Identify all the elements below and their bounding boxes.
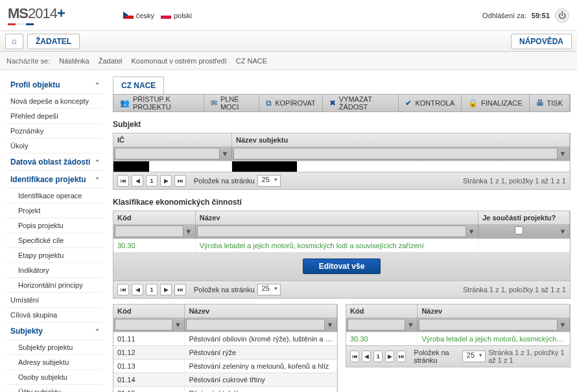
pager-first[interactable]: ⏮	[117, 175, 129, 187]
sidebar-item[interactable]: Specifické cíle	[6, 233, 104, 248]
filter-checkbox[interactable]	[515, 226, 523, 235]
toolbar-button[interactable]: ✖VYMAZAT ŽÁDOST	[323, 95, 399, 111]
toolbar-button[interactable]: ⧉KOPÍROVAT	[259, 95, 323, 111]
filter-icon[interactable]: ▼	[220, 150, 230, 157]
breadcrumb-item[interactable]: Kosmonaut v ostrém prostředí	[131, 57, 226, 65]
pager-next[interactable]: ▶	[160, 175, 172, 187]
toolbar-button[interactable]: 👥PŘÍSTUP K PROJEKTU	[113, 95, 204, 111]
sidebar-group-header[interactable]: Identifikace projektu⌃	[6, 171, 104, 189]
tool-icon: ✔	[405, 98, 412, 108]
navbar: ⌂ ŽADATEL NÁPOVĚDA	[0, 31, 577, 52]
page-size-select[interactable]: 25	[257, 175, 281, 187]
table-row[interactable]: 01.11Pěstování obilovin (kromě rýže), lu…	[113, 332, 337, 345]
sidebar-item[interactable]: Úkoly	[6, 139, 104, 154]
logout-label: Odhlášení za:	[482, 12, 526, 19]
sidebar-item[interactable]: Poznámky	[6, 124, 104, 139]
sidebar-item[interactable]: Subjekty projektu	[6, 340, 104, 355]
sidebar-item[interactable]: Účty subjektu	[6, 385, 104, 392]
filter-icon[interactable]: ▼	[466, 227, 477, 235]
content: CZ NACE 👥PŘÍSTUP K PROJEKTU✉PLNÉ MOCI⧉KO…	[113, 76, 571, 392]
filter-nazev[interactable]	[197, 225, 466, 237]
pager-prev[interactable]: ◀	[132, 284, 143, 295]
sidebar-item[interactable]: Popis projektu	[6, 218, 104, 233]
table-row[interactable]: 01.14Pěstování cukrové třtiny	[113, 373, 337, 386]
toolbar-button[interactable]: ✉PLNÉ MOCI	[204, 95, 259, 111]
tool-icon: 🔒	[468, 98, 478, 108]
sidebar-group-header[interactable]: Subjekty⌃	[6, 323, 104, 340]
sidebar-item[interactable]: Nová depeše a koncepty	[6, 94, 104, 109]
sidebar-item[interactable]: Indikátory	[6, 263, 104, 278]
tool-icon: ⧉	[266, 98, 272, 108]
filter-ic[interactable]	[115, 148, 220, 159]
breadcrumb-item[interactable]: CZ NACE	[236, 57, 267, 65]
breadcrumb-item[interactable]: Nástěnka	[59, 57, 89, 65]
tool-icon: 👥	[120, 98, 130, 108]
pager: ⏮ ◀ 1 ▶ ⏭ Položek na stránku 25 Stránka …	[113, 281, 571, 299]
filter-icon[interactable]: ▼	[558, 227, 568, 235]
filter-icon[interactable]: ▼	[325, 321, 335, 329]
lang-czech[interactable]: česky	[123, 12, 154, 19]
filter-nazev[interactable]	[186, 319, 325, 330]
pager-first[interactable]: ⏮	[117, 284, 129, 295]
home-button[interactable]: ⌂	[5, 34, 23, 49]
section-tab[interactable]: CZ NACE	[113, 76, 164, 94]
sidebar-item[interactable]: Adresy subjektu	[6, 355, 104, 370]
table-row[interactable]: 01.12Pěstování rýže	[113, 345, 337, 359]
sidebar-item[interactable]: Přehled depeší	[6, 109, 104, 124]
breadcrumb: Nacházíte se: Nástěnka Žadatel Kosmonaut…	[0, 52, 577, 70]
filter-name[interactable]	[233, 148, 558, 159]
sidebar-item[interactable]: Cílová skupina	[6, 308, 104, 323]
applicant-button[interactable]: ŽADATEL	[27, 34, 80, 49]
pager-prev[interactable]: ◀	[362, 351, 371, 362]
edit-all-button[interactable]: Editovat vše	[303, 259, 381, 274]
pager-last[interactable]: ⏭	[174, 175, 186, 187]
page-size-select[interactable]: 25	[462, 351, 486, 362]
page-size-select[interactable]: 25	[257, 284, 281, 295]
sidebar-item[interactable]: Umístění	[6, 293, 104, 308]
klas-title: Klasifikace ekonomických činností	[113, 198, 571, 207]
sidebar-item[interactable]: Projekt	[6, 203, 104, 218]
chevron-icon: ⌃	[95, 82, 100, 89]
toolbar-button[interactable]: 🖶TISK	[530, 95, 570, 111]
pager-page[interactable]: 1	[373, 351, 383, 362]
logout-button[interactable]: ⏻	[555, 8, 569, 23]
filter-icon[interactable]: ▼	[558, 150, 568, 157]
help-button[interactable]: NÁPOVĚDA	[511, 34, 572, 49]
filter-kod[interactable]	[115, 225, 183, 237]
subject-title: Subjekt	[113, 120, 571, 129]
pager-page[interactable]: 1	[146, 175, 158, 187]
pager: ⏮ ◀ 1 ▶ ⏭ Položek na stránku 25 Stránka …	[346, 346, 571, 367]
left-grid: Kód Název ▼ ▼ 01.11Pěstování obilovin (k…	[113, 304, 338, 392]
table-row[interactable]: 01.15Pěstování tabáku	[113, 386, 337, 392]
toolbar-button[interactable]: ✔KONTROLA	[399, 95, 462, 111]
filter-icon[interactable]: ▼	[183, 227, 194, 235]
pager-next[interactable]: ▶	[160, 284, 172, 295]
right-grid: Kód Název ▼ ▼ 30.30 Výroba letadel a jej…	[346, 304, 571, 346]
pager-next[interactable]: ▶	[385, 351, 394, 362]
sidebar-item[interactable]: Horizontální principy	[6, 278, 104, 293]
sidebar-item[interactable]: Identifikace operace	[6, 189, 104, 203]
pager-last[interactable]: ⏭	[397, 351, 406, 362]
filter-icon[interactable]: ▼	[172, 321, 183, 329]
sidebar-item[interactable]: Osoby subjektu	[6, 370, 104, 385]
breadcrumb-item[interactable]: Žadatel	[99, 57, 123, 65]
filter-nazev[interactable]	[419, 319, 558, 330]
pager-page[interactable]: 1	[146, 284, 158, 295]
pager-last[interactable]: ⏭	[174, 284, 186, 295]
pager-first[interactable]: ⏮	[350, 351, 359, 362]
lang-polish[interactable]: polski	[161, 12, 192, 19]
sidebar-group-header[interactable]: Datová oblast žádosti⌃	[6, 154, 104, 171]
table-row[interactable]: 01.13Pěstování zeleniny a melounů, kořen…	[113, 359, 337, 373]
sidebar-group-header[interactable]: Profil objektu⌃	[6, 76, 104, 94]
sidebar-item[interactable]: Etapy projektu	[6, 248, 104, 263]
filter-icon[interactable]: ▼	[558, 321, 568, 329]
klas-grid: Kód Název Je součástí projektu? ▼ ▼ ▼ 30…	[113, 211, 571, 281]
filter-kod[interactable]	[347, 319, 405, 330]
filter-kod[interactable]	[115, 319, 172, 330]
pager-prev[interactable]: ◀	[132, 175, 143, 187]
filter-icon[interactable]: ▼	[405, 321, 416, 329]
toolbar-button[interactable]: 🔒FINALIZACE	[462, 95, 530, 111]
toolbar: 👥PŘÍSTUP K PROJEKTU✉PLNÉ MOCI⧉KOPÍROVAT✖…	[113, 94, 571, 112]
top-header: MS2014+ česky polski Odhlášení za: 59:51…	[0, 0, 577, 31]
pager: ⏮ ◀ 1 ▶ ⏭ Položek na stránku 25 Stránka …	[113, 172, 571, 190]
